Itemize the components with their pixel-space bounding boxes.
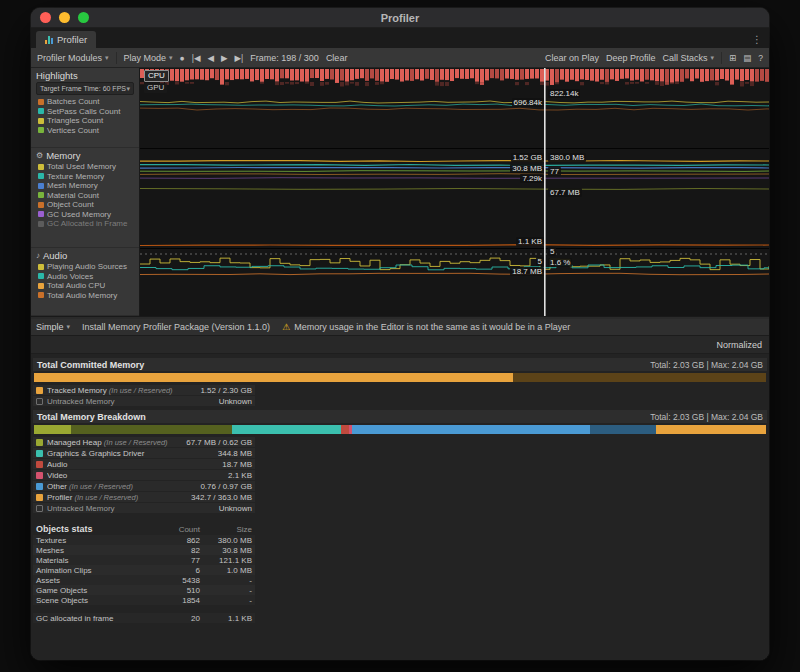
window-title: Profiler xyxy=(31,12,769,24)
counter-batches-count[interactable]: Batches Count xyxy=(31,97,139,107)
legend-row-audio[interactable]: Audio18.7 MB xyxy=(33,459,255,469)
chevron-down-icon: ▾ xyxy=(169,54,173,62)
warning-icon: ⚠ xyxy=(282,322,290,332)
counter-material-count[interactable]: Material Count xyxy=(31,191,139,201)
last-frame-button[interactable]: ▶| xyxy=(235,53,244,63)
normalized-toggle[interactable]: Normalized xyxy=(713,340,765,350)
panel-icon[interactable]: ▤ xyxy=(743,53,751,63)
counter-gc-used-memory[interactable]: GC Used Memory xyxy=(31,210,139,220)
counter-label: Texture Memory xyxy=(47,172,104,181)
cpu-label-chip[interactable]: CPU xyxy=(144,70,169,82)
stat-count: 6 xyxy=(156,566,200,575)
counter-playing-audio-sources[interactable]: Playing Audio Sources xyxy=(31,262,139,272)
size-column-header: Size xyxy=(200,525,252,534)
legend-label: Untracked Memory xyxy=(47,397,219,406)
legend-row-tracked-memory[interactable]: Tracked Memory (In use / Reserved)1.52 /… xyxy=(33,385,255,395)
memory-bar-segment xyxy=(341,425,348,434)
module-header-audio[interactable]: ♪Audio xyxy=(31,248,139,262)
counter-mesh-memory[interactable]: Mesh Memory xyxy=(31,181,139,191)
memory-bar-segment xyxy=(34,373,513,382)
legend-color-swatch xyxy=(36,398,43,405)
counter-label: Vertices Count xyxy=(47,126,99,135)
play-mode-dropdown[interactable]: Play Mode ▾ xyxy=(124,53,173,63)
clear-button[interactable]: Clear xyxy=(326,53,348,63)
tab-profiler[interactable]: Profiler xyxy=(36,31,96,48)
legend-color-swatch xyxy=(36,505,43,512)
objects-stats-row-textures[interactable]: Textures862380.0 MB xyxy=(33,535,255,545)
objects-stats-row-materials[interactable]: Materials77121.1 KB xyxy=(33,555,255,565)
objects-stats-row-animation-clips[interactable]: Animation Clips61.0 MB xyxy=(33,565,255,575)
legend-color-swatch xyxy=(36,450,43,457)
call-stacks-dropdown[interactable]: Call Stacks ▾ xyxy=(663,53,715,63)
stat-count: 77 xyxy=(156,556,200,565)
close-window-button[interactable] xyxy=(40,12,51,23)
legend-value: Unknown xyxy=(219,504,252,513)
next-frame-button[interactable]: ▶ xyxy=(221,53,228,63)
module-title: Memory xyxy=(46,150,80,161)
previous-frame-button[interactable]: ◀ xyxy=(207,53,214,63)
counter-triangles-count[interactable]: Triangles Count xyxy=(31,116,139,126)
help-icon[interactable]: ? xyxy=(758,53,763,63)
memory-breakdown-bar[interactable] xyxy=(34,425,766,434)
module-header-highlights[interactable]: Highlights xyxy=(31,68,139,82)
objects-stats-row-meshes[interactable]: Meshes8230.8 MB xyxy=(33,545,255,555)
counter-color-chip xyxy=(38,183,44,189)
legend-row-managed-heap[interactable]: Managed Heap (In use / Reserved)67.7 MB … xyxy=(33,437,255,447)
committed-memory-legend: Tracked Memory (In use / Reserved)1.52 /… xyxy=(33,385,255,406)
traffic-lights xyxy=(31,12,89,23)
legend-row-video[interactable]: Video2.1 KB xyxy=(33,470,255,480)
legend-row-untracked-memory[interactable]: Untracked MemoryUnknown xyxy=(33,503,255,513)
clear-on-play-toggle[interactable]: Clear on Play xyxy=(545,53,599,63)
counter-audio-voices[interactable]: Audio Voices xyxy=(31,272,139,282)
section-header: Total Committed Memory Total: 2.03 GB | … xyxy=(33,358,767,371)
stat-size: - xyxy=(200,596,252,605)
chart-area[interactable]: CPU GPU 822.14k696.84k1.52 GB380.0 MB30.… xyxy=(140,68,769,316)
module-title: Highlights xyxy=(36,70,78,81)
legend-label: Managed Heap (In use / Reserved) xyxy=(47,438,186,447)
stat-label: Materials xyxy=(36,556,156,565)
committed-memory-bar[interactable] xyxy=(34,373,766,382)
macos-titlebar[interactable]: Profiler xyxy=(31,8,769,28)
counter-color-chip xyxy=(38,221,44,227)
objects-stats-row-gc-allocated-in-frame[interactable]: GC allocated in frame201.1 KB xyxy=(33,613,255,623)
target-frame-time-dropdown[interactable]: Target Frame Time: 60 FPS▾ xyxy=(36,82,134,95)
profiler-window: Profiler Profiler ⋮ Profiler Modules ▾ P… xyxy=(31,8,769,660)
counter-object-count[interactable]: Object Count xyxy=(31,200,139,210)
counter-color-chip xyxy=(38,211,44,217)
gpu-label-chip[interactable]: GPU xyxy=(144,83,167,93)
memory-bar-segment xyxy=(656,425,766,434)
objects-stats-row-game-objects[interactable]: Game Objects510- xyxy=(33,585,255,595)
first-frame-button[interactable]: |◀ xyxy=(192,53,201,63)
zoom-window-button[interactable] xyxy=(78,12,89,23)
legend-row-other[interactable]: Other (In use / Reserved)0.76 / 0.97 GB xyxy=(33,481,255,491)
counter-texture-memory[interactable]: Texture Memory xyxy=(31,172,139,182)
chevron-down-icon: ▾ xyxy=(711,54,715,62)
install-memory-profiler-button[interactable]: Install Memory Profiler Package (Version… xyxy=(82,322,270,332)
counter-total-audio-memory[interactable]: Total Audio Memory xyxy=(31,291,139,301)
legend-row-graphics-graphics-driver[interactable]: Graphics & Graphics Driver344.8 MB xyxy=(33,448,255,458)
profiler-modules-dropdown[interactable]: Profiler Modules ▾ xyxy=(37,53,109,63)
counter-total-used-memory[interactable]: Total Used Memory xyxy=(31,162,139,172)
counter-total-audio-cpu[interactable]: Total Audio CPU xyxy=(31,281,139,291)
module-title: Audio xyxy=(43,250,67,261)
stat-count: 510 xyxy=(156,586,200,595)
details-view-dropdown[interactable]: Simple ▾ xyxy=(36,322,70,332)
minimize-window-button[interactable] xyxy=(59,12,70,23)
counter-setpass-calls-count[interactable]: SetPass Calls Count xyxy=(31,107,139,117)
legend-label: Untracked Memory xyxy=(47,504,219,513)
section-totals: Total: 2.03 GB | Max: 2.04 GB xyxy=(650,360,763,370)
counter-gc-allocated-in-frame[interactable]: GC Allocated in Frame xyxy=(31,219,139,229)
window-menu-icon[interactable]: ⋮ xyxy=(752,34,769,48)
deep-profile-toggle[interactable]: Deep Profile xyxy=(606,53,656,63)
objects-stats-row-assets[interactable]: Assets5438- xyxy=(33,575,255,585)
legend-row-profiler[interactable]: Profiler (In use / Reserved)342.7 / 363.… xyxy=(33,492,255,502)
counter-vertices-count[interactable]: Vertices Count xyxy=(31,126,139,136)
objects-stats-row-scene-objects[interactable]: Scene Objects1854- xyxy=(33,595,255,605)
legend-row-untracked-memory[interactable]: Untracked MemoryUnknown xyxy=(33,396,255,406)
details-toolbar: Simple ▾ Install Memory Profiler Package… xyxy=(31,319,769,336)
section-totals: Total: 2.03 GB | Max: 2.04 GB xyxy=(650,412,763,422)
module-header-memory[interactable]: ⚙Memory xyxy=(31,148,139,162)
layout-grid-icon[interactable]: ⊞ xyxy=(729,53,736,63)
performance-charts-canvas[interactable] xyxy=(140,68,769,316)
record-button[interactable]: ● xyxy=(180,53,185,63)
